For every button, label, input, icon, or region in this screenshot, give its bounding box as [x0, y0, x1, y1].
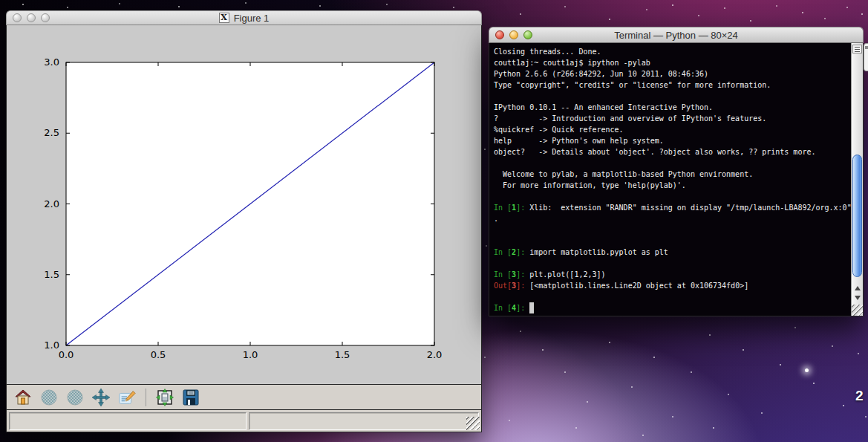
- figure-body: 0.00.51.01.52.01.01.52.02.53.0: [6, 25, 482, 432]
- x-tick-label: 1.5: [335, 349, 350, 360]
- scrollbar-widget-icon[interactable]: [852, 45, 862, 53]
- terminal-line: help -> Python's own help system.: [494, 135, 851, 146]
- terminal-line: [494, 258, 851, 269]
- toolbar-separator: [146, 389, 146, 406]
- terminal-text[interactable]: Closing threads... Done.coutt1aj:~ coutt…: [489, 43, 851, 316]
- y-tick-label: 1.0: [44, 339, 59, 351]
- terminal-cursor: [529, 302, 534, 313]
- terminal-line: .: [494, 213, 851, 224]
- terminal-line: Out[3]: [<matplotlib.lines.Line2D object…: [494, 280, 851, 291]
- terminal-line: Type "copyright", "credits" or "license"…: [494, 79, 851, 91]
- scroll-up-arrow-icon[interactable]: [852, 283, 863, 293]
- figure-resize-grip[interactable]: [466, 417, 480, 430]
- figure-titlebar[interactable]: X Figure 1: [6, 10, 482, 25]
- terminal-line: For more information, type 'help(pylab)'…: [494, 180, 851, 191]
- forward-icon[interactable]: [66, 389, 84, 406]
- terminal-line: [494, 91, 851, 102]
- x-tick-label: 0.5: [151, 349, 166, 360]
- terminal-titlebar[interactable]: Terminal — Python — 80×24: [489, 27, 864, 43]
- subplots-icon[interactable]: [156, 389, 174, 406]
- status-message-right: [249, 412, 479, 430]
- terminal-line: In [2]: import matplotlib.pyplot as plt: [494, 247, 851, 258]
- wallpaper-bright-star: [805, 368, 809, 372]
- terminal-line: [494, 235, 851, 247]
- scrollbar-thumb[interactable]: [852, 155, 862, 277]
- x-tick-label: 2.0: [427, 349, 443, 360]
- terminal-line: [494, 191, 851, 202]
- terminal-line: In [3]: plt.plot([1,2,3]): [494, 269, 851, 280]
- terminal-window-title: Terminal — Python — 80×24: [489, 30, 863, 41]
- x-tick-label: 0.0: [59, 349, 74, 360]
- matplotlib-toolbar: [7, 384, 481, 409]
- terminal-line: In [4]:: [494, 302, 851, 313]
- scroll-down-arrow-icon[interactable]: [852, 293, 863, 302]
- x11-icon: X: [219, 13, 229, 23]
- y-tick-label: 2.0: [44, 198, 59, 209]
- pan-icon[interactable]: [92, 389, 110, 406]
- y-tick-label: 3.0: [44, 56, 59, 68]
- figure-window: X Figure 1 0.00.51.01.52.01.01.52.02.53.…: [6, 10, 482, 432]
- terminal-window: Terminal — Python — 80×24 Closing thread…: [489, 27, 864, 316]
- wallpaper-stars: [22, 4, 24, 5]
- terminal-scrollbar[interactable]: [851, 43, 863, 316]
- home-icon[interactable]: [14, 389, 32, 406]
- status-message-left: [9, 412, 247, 430]
- figure-statusbar: [7, 409, 481, 432]
- background-window-fragment: [864, 43, 868, 71]
- figure-window-title: Figure 1: [234, 13, 270, 24]
- x-tick-label: 1.0: [243, 349, 258, 360]
- terminal-line: Welcome to pylab, a matplotlib-based Pyt…: [494, 169, 851, 180]
- terminal-resize-grip[interactable]: [852, 305, 863, 316]
- terminal-content[interactable]: Closing threads... Done.coutt1aj:~ coutt…: [489, 43, 864, 316]
- terminal-line: IPython 0.10.1 -- An enhanced Interactiv…: [494, 102, 851, 113]
- save-icon[interactable]: [182, 389, 200, 406]
- zoom-rect-icon[interactable]: [118, 389, 136, 406]
- terminal-line: coutt1aj:~ coutt1aj$ ipython -pylab: [494, 57, 851, 68]
- figure-canvas-svg[interactable]: 0.00.51.01.52.01.01.52.02.53.0: [7, 25, 481, 384]
- terminal-line: In [1]: Xlib: extension "RANDR" missing …: [494, 202, 851, 213]
- y-tick-label: 2.5: [44, 127, 59, 138]
- y-tick-label: 1.5: [44, 269, 59, 280]
- desktop-icon-label: 2: [855, 388, 864, 404]
- terminal-line: [494, 291, 851, 302]
- terminal-line: %quickref -> Quick reference.: [494, 124, 851, 135]
- terminal-line: object? -> Details about 'object'. ?obje…: [494, 146, 851, 157]
- terminal-line: [494, 224, 851, 235]
- terminal-line: ? -> Introduction and overview of IPytho…: [494, 113, 851, 124]
- terminal-line: [494, 157, 851, 169]
- wallpaper-stars: [484, 149, 486, 150]
- back-icon[interactable]: [40, 389, 58, 406]
- terminal-line: Closing threads... Done.: [494, 46, 851, 57]
- terminal-line: Python 2.6.6 (r266:84292, Jun 10 2011, 0…: [494, 68, 851, 79]
